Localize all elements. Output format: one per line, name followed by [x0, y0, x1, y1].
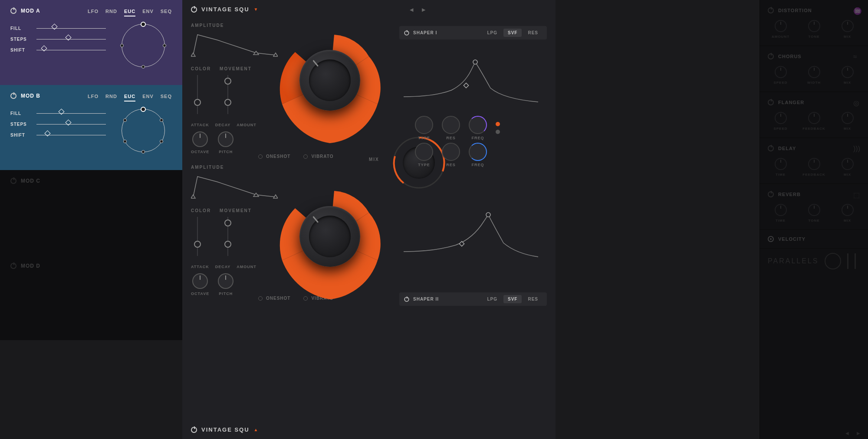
flanger-title: FLANGER — [778, 100, 849, 105]
amplitude-envelope[interactable] — [191, 31, 278, 57]
euclidean-circle[interactable] — [122, 24, 165, 67]
movement-fader[interactable] — [221, 75, 234, 114]
feedback-knob[interactable] — [808, 112, 820, 124]
feedback-knob[interactable] — [808, 158, 820, 170]
speed-knob[interactable] — [775, 66, 787, 78]
pitch-knob[interactable] — [218, 273, 233, 289]
dropdown-up-icon[interactable]: ▲ — [254, 427, 258, 432]
shift-slider[interactable] — [36, 50, 106, 50]
orbit-icon[interactable]: ◎ — [853, 99, 860, 106]
octave-knob[interactable] — [192, 131, 208, 147]
power-icon[interactable] — [191, 427, 197, 433]
tone-knob[interactable] — [808, 20, 820, 32]
movement-label: MOVEMENT — [220, 208, 252, 213]
pitch-knob[interactable] — [218, 131, 233, 147]
prev-icon[interactable]: ◀ — [845, 431, 849, 436]
power-icon[interactable] — [768, 145, 774, 151]
color-fader[interactable] — [191, 75, 204, 114]
mix-knob[interactable] — [842, 112, 854, 124]
width-knob[interactable] — [808, 66, 820, 78]
tab-euc[interactable]: EUC — [124, 9, 135, 16]
power-icon[interactable] — [768, 7, 774, 13]
res-knob[interactable] — [442, 116, 460, 134]
vibrato-toggle[interactable]: VIBRATO — [303, 154, 333, 159]
steps-slider[interactable] — [36, 124, 106, 124]
speed-knob[interactable] — [775, 112, 787, 124]
tab-env[interactable]: ENV — [142, 94, 154, 102]
freq-knob-2[interactable] — [469, 143, 487, 161]
filter-curve-display[interactable] — [399, 49, 542, 105]
mix-knob[interactable] — [842, 204, 854, 216]
fill-slider[interactable] — [36, 28, 106, 29]
power-icon[interactable] — [10, 178, 16, 184]
master-volume-knob[interactable] — [825, 253, 841, 269]
fx-flanger: FLANGER ◎ SPEED FEEDBACK MIX — [760, 92, 868, 138]
fx-delay: DELAY ))) TIME FEEDBACK MIX — [760, 138, 868, 184]
waves-icon[interactable]: ≈ — [853, 53, 860, 60]
res-knob-2[interactable] — [442, 143, 460, 161]
tab-res[interactable]: RES — [523, 29, 542, 37]
target-icon[interactable] — [768, 236, 774, 242]
power-icon[interactable] — [768, 99, 774, 105]
next-icon[interactable]: ▶ — [422, 7, 425, 13]
tab-lfo[interactable]: LFO — [88, 94, 99, 102]
cube-icon[interactable]: ⬚ — [853, 191, 860, 198]
power-icon[interactable] — [10, 8, 16, 14]
filter-curve-display[interactable] — [399, 204, 542, 260]
source-2-wheel[interactable] — [269, 182, 391, 304]
mix-knob[interactable] — [842, 158, 854, 170]
tab-lfo[interactable]: LFO — [88, 9, 99, 16]
amplitude-envelope[interactable] — [191, 173, 278, 199]
link-dot-icon[interactable] — [496, 122, 500, 126]
dropdown-down-icon[interactable]: ▼ — [254, 7, 258, 12]
tab-euc[interactable]: EUC — [124, 94, 135, 102]
power-icon[interactable] — [10, 263, 16, 269]
fill-slider[interactable] — [36, 113, 106, 114]
source-1-wheel[interactable] — [269, 26, 391, 147]
movement-fader[interactable] — [221, 217, 234, 256]
echo-icon[interactable]: ))) — [853, 145, 860, 152]
power-icon[interactable] — [768, 191, 774, 197]
tab-rnd[interactable]: RND — [105, 94, 117, 102]
prev-icon[interactable]: ◀ — [410, 7, 413, 13]
tab-seq[interactable]: SEQ — [161, 9, 172, 16]
shift-slider[interactable] — [36, 135, 106, 135]
source-2-title[interactable]: VINTAGE SQU — [201, 426, 250, 433]
amount-knob[interactable] — [775, 20, 787, 32]
next-icon[interactable]: ▶ — [857, 431, 860, 436]
color-fader[interactable] — [191, 217, 204, 256]
tab-lpg[interactable]: LPG — [483, 29, 502, 37]
tab-seq[interactable]: SEQ — [161, 94, 172, 102]
time-knob[interactable] — [775, 158, 787, 170]
type-knob-2[interactable] — [415, 143, 433, 161]
headphones-icon[interactable]: ♒ — [853, 7, 860, 14]
tab-svf[interactable]: SVF — [503, 29, 522, 37]
tab-svf[interactable]: SVF — [503, 295, 522, 303]
source-1-title[interactable]: VINTAGE SQU — [201, 6, 250, 13]
power-icon[interactable] — [404, 297, 409, 301]
time-knob[interactable] — [775, 204, 787, 216]
decay-label: DECAY — [215, 265, 231, 269]
shaper-1-panel: SHAPER I LPG SVF RES TYPE RES FREQ TYPE … — [399, 26, 547, 174]
power-icon[interactable] — [191, 7, 197, 13]
tab-lpg[interactable]: LPG — [483, 295, 502, 303]
steps-slider[interactable] — [36, 39, 106, 39]
euclidean-circle[interactable] — [122, 109, 165, 152]
tab-res[interactable]: RES — [523, 295, 542, 303]
oneshot-toggle[interactable]: ONESHOT — [258, 154, 290, 159]
tab-rnd[interactable]: RND — [105, 9, 117, 16]
mix-knob[interactable] — [842, 66, 854, 78]
amount-label: AMOUNT — [237, 265, 256, 269]
power-icon[interactable] — [768, 53, 774, 59]
power-icon[interactable] — [404, 30, 409, 35]
power-icon[interactable] — [10, 93, 16, 99]
mix-knob[interactable] — [842, 20, 854, 32]
octave-knob[interactable] — [192, 273, 208, 289]
tab-env[interactable]: ENV — [142, 9, 154, 16]
octave-label: OCTAVE — [191, 150, 209, 154]
link-dot-icon[interactable] — [496, 130, 500, 134]
tone-knob[interactable] — [808, 204, 820, 216]
fx-distortion: DISTORTION ♒ AMOUNT TONE MIX — [760, 0, 868, 46]
type-knob[interactable] — [415, 116, 433, 134]
freq-knob[interactable] — [469, 116, 487, 134]
